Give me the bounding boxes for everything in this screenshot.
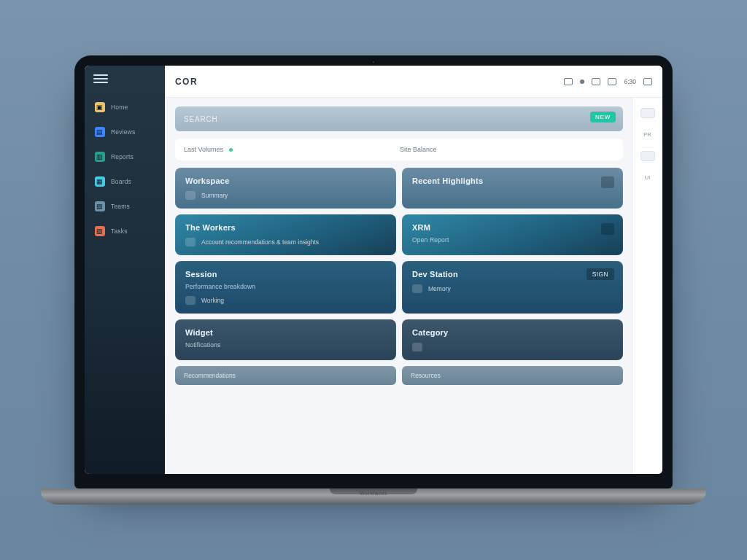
rail-label-2: UI: [645, 174, 651, 181]
rail-label-1: PR: [643, 131, 651, 138]
settings-icon[interactable]: [608, 78, 616, 85]
header-right: Site Balance: [400, 146, 437, 153]
card-widget[interactable]: Widget Notifications: [175, 319, 396, 360]
card-category[interactable]: Category: [402, 319, 623, 360]
grid-icon[interactable]: [592, 78, 600, 85]
card-workspace[interactable]: Workspace Summary: [175, 168, 396, 209]
window-icon[interactable]: [564, 78, 573, 85]
card-title: Recent Highlights: [412, 176, 613, 185]
sidebar-item-teams[interactable]: ▧ Teams: [85, 195, 165, 217]
search-bar[interactable]: SEARCH NEW: [175, 106, 623, 131]
status-dot-icon: [229, 148, 233, 152]
main-area: COR 6:30 SEARCH NE: [165, 66, 662, 474]
card-foot: Working: [201, 297, 224, 304]
sidebar-item-label: Teams: [111, 203, 130, 210]
sidebar-item-label: Home: [111, 104, 128, 111]
memory-icon: [412, 284, 422, 293]
sign-tag[interactable]: SIGN: [587, 268, 614, 280]
card-sub: Summary: [201, 192, 228, 199]
rail-button-2[interactable]: [640, 151, 655, 161]
header-left: Last Volumes: [184, 146, 223, 153]
laptop-base: Workfaces: [41, 489, 706, 505]
sidebar-item-reviews[interactable]: ▤ Reviews: [85, 121, 165, 143]
card-highlights[interactable]: Recent Highlights: [402, 168, 623, 209]
footer-left[interactable]: Recommendations: [175, 366, 396, 385]
card-sub: Performance breakdown: [185, 283, 386, 290]
sidebar: ▣ Home ▤ Reviews ▥ Reports ▦ Boards ▧: [85, 66, 165, 474]
card-workers[interactable]: The Workers Account recommendations & te…: [175, 214, 396, 255]
clock-text: 6:30: [624, 78, 636, 85]
open-icon[interactable]: [601, 223, 614, 235]
card-icon: [185, 238, 196, 246]
card-xrm[interactable]: XRM Open Report: [402, 214, 623, 255]
sidebar-item-label: Boards: [111, 178, 131, 185]
card-devstation[interactable]: Dev Station SIGN Memory: [402, 261, 623, 314]
battery-icon: [643, 78, 652, 85]
people-icon: ▧: [95, 201, 105, 211]
footer-right[interactable]: Resources: [402, 366, 623, 385]
status-icons: 6:30: [564, 78, 652, 85]
card-sub: Account recommendations & team insights: [201, 238, 319, 246]
card-session[interactable]: Session Performance breakdown Working: [175, 261, 396, 314]
menu-toggle-icon[interactable]: [93, 74, 108, 83]
new-badge: NEW: [590, 112, 616, 122]
expand-icon[interactable]: [601, 176, 614, 188]
card-icon: [185, 191, 196, 200]
sidebar-item-tasks[interactable]: ▨ Tasks: [85, 220, 165, 242]
chart-icon: ▥: [95, 152, 105, 162]
sidebar-item-home[interactable]: ▣ Home: [85, 96, 165, 118]
screen-bezel: ▣ Home ▤ Reviews ▥ Reports ▦ Boards ▧: [74, 55, 673, 489]
rail-button-1[interactable]: [640, 108, 655, 118]
sidebar-item-reports[interactable]: ▥ Reports: [85, 146, 165, 168]
camera-dot: [371, 60, 376, 64]
section-header: Last Volumes Site Balance: [175, 139, 623, 160]
card-title: The Workers: [185, 223, 386, 232]
board-icon: ▦: [95, 176, 105, 187]
sidebar-item-label: Reports: [111, 153, 133, 160]
card-title: Dev Station: [412, 270, 613, 279]
notification-icon[interactable]: [580, 79, 584, 84]
search-label: SEARCH: [184, 115, 217, 123]
laptop-brand: Workfaces: [41, 491, 706, 496]
sidebar-item-label: Reviews: [111, 128, 135, 136]
card-title: Category: [412, 328, 613, 337]
activity-icon: [185, 296, 196, 305]
laptop-mock: ▣ Home ▤ Reviews ▥ Reports ▦ Boards ▧: [74, 55, 673, 505]
task-icon: ▨: [95, 226, 105, 236]
card-sub: Notifications: [185, 341, 386, 349]
document-icon: ▤: [95, 127, 105, 137]
footer-label: Resources: [411, 372, 441, 379]
card-title: XRM: [412, 223, 613, 232]
app-brand: COR: [175, 77, 198, 87]
footer-label: Recommendations: [184, 372, 236, 379]
content: SEARCH NEW Last Volumes Site Balance: [165, 98, 632, 474]
sidebar-item-boards[interactable]: ▦ Boards: [85, 171, 165, 192]
folder-icon: ▣: [95, 102, 105, 112]
card-title: Session: [185, 270, 386, 279]
cards-grid: Workspace Summary Recent Highlights: [175, 168, 623, 468]
body: SEARCH NEW Last Volumes Site Balance: [165, 98, 662, 474]
topbar: COR 6:30: [165, 66, 662, 98]
card-title: Workspace: [185, 176, 386, 185]
card-sub: Open Report: [412, 236, 613, 244]
sidebar-item-label: Tasks: [111, 228, 128, 235]
right-rail: PR UI: [632, 98, 662, 474]
card-foot: Memory: [428, 285, 451, 292]
app-window: ▣ Home ▤ Reviews ▥ Reports ▦ Boards ▧: [85, 66, 662, 474]
card-title: Widget: [185, 328, 386, 337]
cup-icon: [412, 343, 422, 351]
